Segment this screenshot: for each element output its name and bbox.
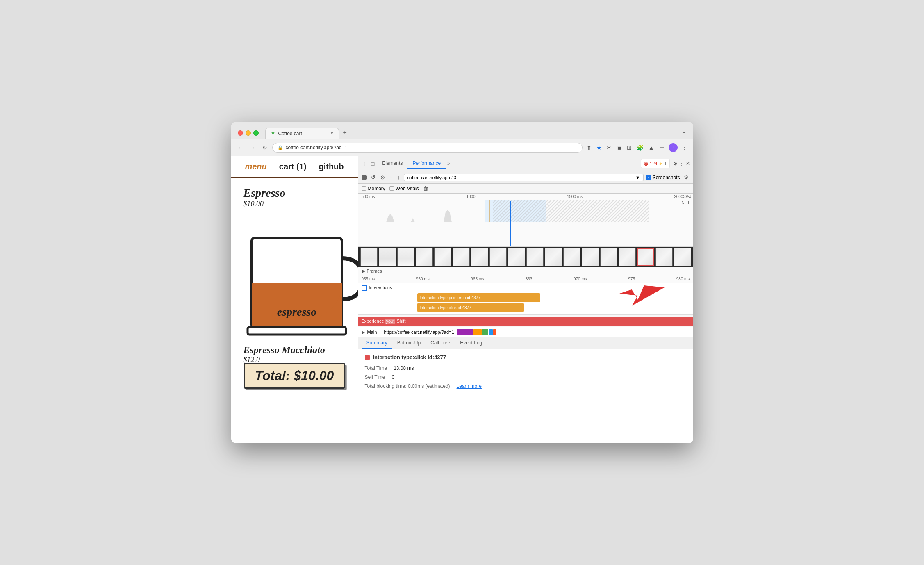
tab-call-tree[interactable]: Call Tree — [426, 337, 455, 349]
minimize-button[interactable] — [246, 130, 251, 136]
download-icon[interactable]: ↓ — [396, 173, 401, 182]
screenshots-checkbox[interactable]: ✓ — [646, 175, 651, 180]
back-button[interactable]: ← — [236, 144, 245, 152]
close-button[interactable] — [238, 130, 243, 136]
svg-rect-3 — [248, 327, 346, 335]
tab-title: Coffee cart — [278, 131, 302, 137]
source-selector[interactable]: coffee-cart.netlify.app #3 ▼ — [404, 174, 644, 181]
interaction-pointerup-text: Interaction type:pointerup id:4377 — [420, 296, 480, 300]
note-icon[interactable]: ▣ — [616, 144, 623, 152]
refresh-recording-icon[interactable]: ↺ — [370, 173, 377, 182]
thread-segment — [482, 329, 488, 335]
interactions-expand[interactable]: │ — [362, 285, 367, 291]
mobile-icon[interactable]: □ — [370, 159, 376, 168]
summary-total-time: Total Time 13.08 ms — [365, 365, 687, 371]
screenshot-thumb — [674, 248, 691, 266]
trash-icon[interactable]: 🗑 — [423, 185, 428, 191]
cpu-label: CPU — [683, 194, 691, 199]
new-tab-button[interactable]: + — [339, 127, 351, 139]
url-text: coffee-cart.netlify.app/?ad=1 — [286, 145, 348, 150]
ruler-333: 333 — [526, 277, 533, 281]
address-input[interactable]: 🔒 coffee-cart.netlify.app/?ad=1 — [272, 143, 583, 153]
devtools-header: ⊹ □ Elements Performance » ⊗ 124 ⚠ 1 ⚙ ⋮… — [358, 156, 693, 171]
devtools-close-icon[interactable]: ✕ — [686, 161, 690, 166]
svg-rect-7 — [493, 200, 649, 222]
tl-label-500: 500 ms — [362, 194, 375, 199]
screenshot-thumb — [360, 248, 378, 266]
devtools-panel: ⊹ □ Elements Performance » ⊗ 124 ⚠ 1 ⚙ ⋮… — [358, 156, 693, 443]
ruler-955: 955 ms — [362, 277, 375, 281]
maximize-button[interactable] — [253, 130, 259, 136]
main-area: menu cart (1) github Espresso $10.00 — [231, 156, 693, 443]
devtools-gear-icon[interactable]: ⚙ — [673, 161, 678, 166]
tabs-row: ▼ Coffee cart ✕ + — [265, 127, 678, 139]
nav-menu[interactable]: menu — [245, 162, 266, 171]
experience-bar: Experience yout Shift — [358, 317, 693, 326]
frames-row: ▶ Frames — [358, 267, 693, 275]
tab-event-log[interactable]: Event Log — [455, 337, 487, 349]
traffic-lights — [238, 130, 259, 136]
website-panel: menu cart (1) github Espresso $10.00 — [231, 156, 358, 443]
web-vitals-checkbox[interactable] — [389, 186, 394, 191]
error-badge: ⊗ 124 ⚠ 1 — [641, 159, 669, 168]
stop-icon[interactable]: ⊘ — [379, 173, 386, 182]
thread-segment — [489, 329, 493, 335]
nav-cart[interactable]: cart (1) — [279, 162, 307, 171]
nav-github[interactable]: github — [319, 162, 344, 171]
interaction-bar-click[interactable]: Interaction type:click id:4377 — [417, 303, 524, 312]
devtools-bottom-tabs: Summary Bottom-Up Call Tree Event Log — [358, 337, 693, 349]
toolbar2-settings-icon[interactable]: ⚙ — [683, 173, 690, 182]
tab-summary[interactable]: Summary — [362, 337, 392, 349]
screenshots-label: Screenshots — [653, 175, 680, 180]
source-label: coffee-cart.netlify.app #3 — [407, 175, 456, 180]
refresh-button[interactable]: ↻ — [261, 144, 269, 152]
profile-avatar[interactable]: P — [669, 143, 678, 152]
cursor-icon[interactable]: ⊹ — [362, 159, 369, 168]
frames-expand[interactable]: ▶ — [362, 268, 365, 274]
tab-performance[interactable]: Performance — [407, 159, 446, 169]
title-bar: ▼ Coffee cart ✕ + ⌄ — [231, 122, 693, 139]
more-options-icon[interactable]: ⋮ — [681, 144, 688, 152]
ruler-965: 965 ms — [471, 277, 484, 281]
thread-expand-icon[interactable]: ▶ — [362, 330, 365, 335]
screenshots-row — [358, 247, 693, 267]
bookmark-icon[interactable]: ★ — [596, 144, 603, 152]
active-tab[interactable]: ▼ Coffee cart ✕ — [265, 128, 339, 139]
tab-elements[interactable]: Elements — [377, 159, 407, 169]
screenshot-thumb — [434, 248, 451, 266]
upload-icon[interactable]: ↑ — [389, 173, 394, 182]
screenshots-toggle[interactable]: ✓ Screenshots — [646, 175, 680, 180]
error-dot: ⊗ — [644, 160, 649, 167]
more-tabs-icon[interactable]: » — [447, 161, 450, 166]
sidebar-icon[interactable]: ▭ — [658, 144, 665, 152]
coffee-cup-svg: espresso — [244, 213, 358, 340]
scissors-icon[interactable]: ✂ — [606, 144, 612, 152]
ruler-970: 970 ms — [574, 277, 587, 281]
share-icon[interactable]: ⬆ — [586, 144, 592, 152]
record-button[interactable] — [362, 175, 367, 180]
performance-timeline[interactable]: 500 ms 1000 1500 ms 2000 ms CPU — [358, 194, 693, 247]
puzzle-icon[interactable]: 🧩 — [636, 144, 644, 152]
forward-button[interactable]: → — [248, 144, 257, 152]
tab-close-icon[interactable]: ✕ — [330, 131, 334, 136]
window-options-icon[interactable]: ⌄ — [682, 128, 687, 138]
memory-checkbox[interactable] — [362, 186, 366, 191]
timer-icon[interactable]: ▲ — [648, 144, 655, 152]
tab-bottom-up[interactable]: Bottom-Up — [392, 337, 426, 349]
devtools-tabs: Elements Performance » — [377, 159, 450, 169]
screenshot-thumb — [416, 248, 433, 266]
ruler-975: 975 — [628, 277, 635, 281]
web-vitals-check[interactable]: Web Vitals — [389, 186, 419, 191]
grid-icon[interactable]: ⊞ — [626, 144, 633, 152]
lock-icon: 🔒 — [278, 145, 283, 150]
devtools-more-icon[interactable]: ⋮ — [679, 161, 684, 166]
warning-dot: ⚠ — [658, 161, 663, 166]
screenshot-thumb — [619, 248, 636, 266]
learn-more-link[interactable]: Learn more — [457, 383, 482, 389]
screenshot-thumb — [379, 248, 396, 266]
memory-check[interactable]: Memory — [362, 186, 385, 191]
self-time-label: Self Time — [365, 374, 385, 380]
toolbar-icons: ⬆ ★ ✂ ▣ ⊞ 🧩 ▲ ▭ P ⋮ — [586, 143, 688, 152]
interaction-bar-pointerup[interactable]: Interaction type:pointerup id:4377 — [417, 293, 540, 302]
cpu-chart — [362, 200, 690, 222]
